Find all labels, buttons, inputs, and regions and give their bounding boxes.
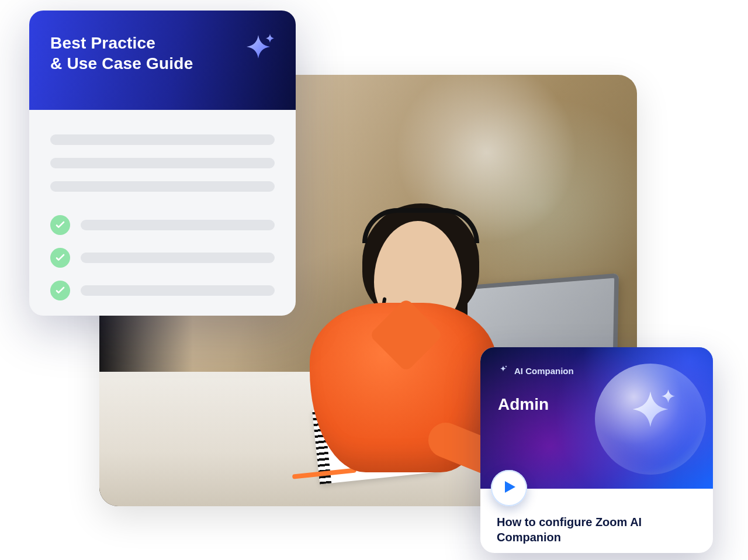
ai-companion-badge-label: AI Companion (514, 366, 574, 376)
check-icon (50, 248, 70, 268)
guide-card-body (29, 110, 296, 300)
placeholder-line (50, 134, 275, 145)
video-card-hero: AI Companion Admin (480, 347, 713, 489)
placeholder-line (50, 181, 275, 192)
checklist-item (50, 215, 275, 235)
placeholder-line (50, 158, 275, 168)
sparkle-icon (237, 32, 279, 74)
play-button[interactable] (491, 470, 527, 506)
ai-companion-badge: AI Companion (498, 365, 574, 377)
placeholder-line (81, 253, 275, 263)
hero-orb (595, 364, 706, 475)
guide-title-line2: & Use Case Guide (50, 54, 193, 72)
sparkle-icon (618, 386, 683, 450)
promo-composition: Best Practice & Use Case Guide (0, 0, 748, 560)
guide-card[interactable]: Best Practice & Use Case Guide (29, 11, 296, 316)
guide-card-header: Best Practice & Use Case Guide (29, 11, 296, 110)
checklist-item (50, 281, 275, 300)
video-card[interactable]: AI Companion Admin How to configure Zoom… (480, 347, 713, 553)
check-icon (50, 281, 70, 300)
video-section-label: Admin (498, 395, 549, 414)
play-icon (501, 480, 517, 496)
check-icon (50, 215, 70, 235)
checklist-item (50, 248, 275, 268)
guide-title-line1: Best Practice (50, 34, 155, 52)
placeholder-line (81, 220, 275, 230)
sparkle-icon (498, 365, 508, 377)
placeholder-line (81, 285, 275, 296)
